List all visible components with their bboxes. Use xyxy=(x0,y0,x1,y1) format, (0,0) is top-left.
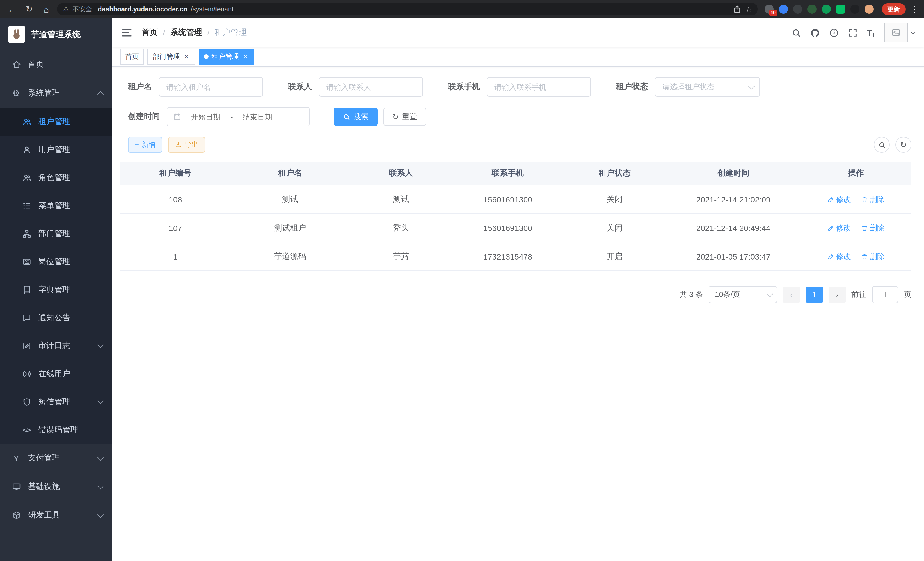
tab-close-icon[interactable]: × xyxy=(242,53,249,60)
date-range-picker[interactable]: - xyxy=(167,107,310,126)
extension-icon-8[interactable] xyxy=(865,5,874,14)
page-number-button[interactable]: 1 xyxy=(806,287,823,302)
app-logo[interactable]: 芋道管理系统 xyxy=(0,18,112,50)
delete-label: 删除 xyxy=(870,194,885,205)
status-select[interactable]: 请选择租户状态 xyxy=(655,77,760,97)
tab-close-icon[interactable]: × xyxy=(183,53,190,60)
cell-status: 开启 xyxy=(563,242,666,271)
browser-update-button[interactable]: 更新 xyxy=(882,3,906,15)
date-start-input[interactable] xyxy=(184,112,227,121)
export-button[interactable]: 导出 xyxy=(168,137,205,153)
sidebar-item-label: 短信管理 xyxy=(38,397,70,407)
sidebar-item-audit-log[interactable]: 审计日志 xyxy=(0,332,112,360)
font-size-icon[interactable]: TT xyxy=(867,28,875,38)
address-bar[interactable]: ⚠ 不安全 dashboard.yudao.iocoder.cn/system/… xyxy=(57,3,758,15)
sidebar-item-tenant[interactable]: 租户管理 xyxy=(0,108,112,135)
sidebar-collapse-icon[interactable] xyxy=(121,27,133,38)
sidebar-item-post[interactable]: 岗位管理 xyxy=(0,248,112,276)
add-button[interactable]: + 新增 xyxy=(128,137,162,153)
sidebar-item-role[interactable]: 角色管理 xyxy=(0,164,112,192)
delete-link[interactable]: 删除 xyxy=(861,223,885,233)
contact-input[interactable] xyxy=(319,77,423,97)
sidebar-item-dict[interactable]: 字典管理 xyxy=(0,276,112,304)
browser-home-icon[interactable]: ⌂ xyxy=(40,4,52,14)
sidebar-item-label: 系统管理 xyxy=(28,88,60,98)
sidebar-menu: 首页 ⚙ 系统管理 租户管理 用户管理 xyxy=(0,50,112,529)
toggle-search-button[interactable] xyxy=(874,137,890,153)
phone-input[interactable] xyxy=(487,77,591,97)
browser-menu-icon[interactable]: ⋮ xyxy=(910,5,918,14)
tab-tenant[interactable]: 租户管理 × xyxy=(199,49,254,65)
page-size-select[interactable]: 10条/页 xyxy=(709,286,777,303)
help-icon[interactable] xyxy=(829,27,839,38)
breadcrumb-system[interactable]: 系统管理 xyxy=(170,27,202,38)
shield-icon xyxy=(22,397,32,406)
sidebar-item-home[interactable]: 首页 xyxy=(0,50,112,79)
extension-icon-4[interactable] xyxy=(807,5,817,14)
tab-home[interactable]: 首页 xyxy=(120,49,144,65)
browser-back-icon[interactable]: ← xyxy=(6,4,18,14)
next-icon: › xyxy=(836,290,838,299)
sidebar-item-sms[interactable]: 短信管理 xyxy=(0,388,112,416)
users-icon xyxy=(22,117,32,126)
filter-phone: 联系手机 xyxy=(440,77,591,97)
sidebar-item-label: 基础设施 xyxy=(28,481,60,492)
sidebar-item-system[interactable]: ⚙ 系统管理 xyxy=(0,79,112,108)
search-button[interactable]: 搜索 xyxy=(334,108,378,126)
cell-actions: 修改 删除 xyxy=(801,214,911,242)
sidebar-item-infra[interactable]: 基础设施 xyxy=(0,472,112,501)
filter-row-1: 租户名 联系人 联系手机 租户状态 请选择租户状态 xyxy=(120,77,911,97)
column-header: 联系手机 xyxy=(452,162,563,185)
sidebar-item-dev-tools[interactable]: 研发工具 xyxy=(0,501,112,529)
edit-link[interactable]: 修改 xyxy=(827,223,851,233)
table-row: 1 芋道源码 芋艿 17321315478 开启 2021-01-05 17:0… xyxy=(120,242,911,271)
extension-icon-7[interactable] xyxy=(850,5,860,14)
extension-icon-3[interactable] xyxy=(793,5,802,14)
prev-icon: ‹ xyxy=(790,290,793,299)
chevron-down-icon xyxy=(98,483,104,489)
extension-icon-6[interactable] xyxy=(836,5,845,14)
sidebar-item-dept[interactable]: 部门管理 xyxy=(0,220,112,248)
sidebar-item-notice[interactable]: 通知公告 xyxy=(0,304,112,332)
edit-link[interactable]: 修改 xyxy=(827,251,851,262)
date-end-input[interactable] xyxy=(236,112,279,121)
tab-dept[interactable]: 部门管理 × xyxy=(147,49,195,65)
browser-reload-icon[interactable]: ↻ xyxy=(23,4,35,14)
user-avatar-menu[interactable] xyxy=(884,23,915,42)
message-icon xyxy=(22,313,32,322)
filter-status: 租户状态 请选择租户状态 xyxy=(608,77,760,97)
reset-button[interactable]: ↻ 重置 xyxy=(383,108,426,126)
delete-link[interactable]: 删除 xyxy=(861,251,885,262)
sidebar-item-menu[interactable]: 菜单管理 xyxy=(0,192,112,220)
date-separator: - xyxy=(230,112,233,121)
refresh-table-button[interactable]: ↻ xyxy=(896,137,911,153)
sidebar-item-error-code[interactable]: </> 错误码管理 xyxy=(0,416,112,444)
sidebar-item-label: 审计日志 xyxy=(38,341,70,351)
sidebar-item-payment[interactable]: ¥ 支付管理 xyxy=(0,444,112,472)
cell-phone: 15601691300 xyxy=(452,185,563,214)
share-icon[interactable] xyxy=(733,5,742,14)
cell-tenant-id: 1 xyxy=(120,242,231,271)
browser-chrome: ← ↻ ⌂ ⚠ 不安全 dashboard.yudao.iocoder.cn/s… xyxy=(0,0,924,18)
breadcrumb-separator: / xyxy=(163,28,165,37)
tenant-name-input[interactable] xyxy=(159,77,263,97)
delete-link[interactable]: 删除 xyxy=(861,194,885,205)
prev-page-button[interactable]: ‹ xyxy=(783,287,800,302)
chevron-up-icon xyxy=(98,91,104,98)
edit-link[interactable]: 修改 xyxy=(827,194,851,205)
next-page-button[interactable]: › xyxy=(829,287,846,302)
sidebar-item-user[interactable]: 用户管理 xyxy=(0,135,112,164)
search-icon xyxy=(878,141,885,148)
breadcrumb-home[interactable]: 首页 xyxy=(142,27,158,38)
github-icon[interactable] xyxy=(810,27,820,38)
bookmark-star-icon[interactable]: ☆ xyxy=(746,5,752,14)
fullscreen-icon[interactable] xyxy=(848,27,858,38)
extension-icon-1[interactable]: 10 xyxy=(765,5,774,14)
sidebar-item-online-users[interactable]: 在线用户 xyxy=(0,360,112,388)
extension-icon-5[interactable] xyxy=(822,5,831,14)
header-search-icon[interactable] xyxy=(791,27,801,38)
cell-status: 关闭 xyxy=(563,214,666,242)
goto-page-input[interactable] xyxy=(872,286,898,303)
sidebar-item-label: 错误码管理 xyxy=(38,425,78,435)
extension-icon-2[interactable] xyxy=(779,5,788,14)
